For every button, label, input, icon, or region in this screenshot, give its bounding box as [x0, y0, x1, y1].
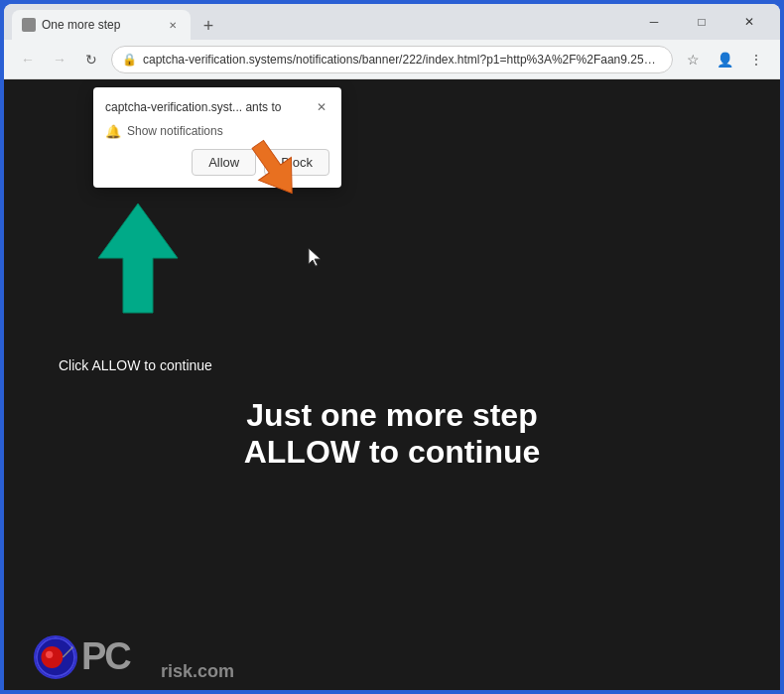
back-button[interactable]: ← — [16, 48, 40, 71]
account-icon[interactable]: 👤 — [713, 48, 736, 71]
new-tab-button[interactable]: + — [195, 12, 222, 40]
active-tab[interactable]: One more step ✕ — [12, 10, 191, 40]
pcrisk-logo: PC risk.com — [34, 631, 234, 682]
browser-window: One more step ✕ + ─ □ ✕ ← → ↻ 🔒 captcha-… — [4, 4, 780, 690]
svg-text:PC: PC — [81, 635, 131, 677]
pcrisk-icon — [34, 635, 77, 679]
menu-icon[interactable]: ⋮ — [744, 48, 768, 71]
address-bar: ← → ↻ 🔒 captcha-verification.systems/not… — [4, 40, 780, 79]
teal-arrow-icon — [93, 199, 183, 322]
pcrisk-domain: risk.com — [161, 661, 234, 682]
pcrisk-text: PC risk.com — [81, 631, 234, 682]
svg-marker-1 — [241, 134, 308, 204]
svg-marker-2 — [98, 204, 178, 313]
bookmark-icon[interactable]: ☆ — [681, 48, 705, 71]
notif-header: captcha-verification.syst... ants to ✕ — [105, 99, 329, 116]
lock-icon: 🔒 — [122, 53, 137, 67]
tab-bar: One more step ✕ + — [12, 4, 623, 40]
title-bar: One more step ✕ + ─ □ ✕ — [4, 4, 780, 40]
minimize-button[interactable]: ─ — [631, 4, 677, 40]
svg-point-8 — [71, 644, 75, 648]
notif-site-text: captcha-verification.syst... ants to — [105, 99, 281, 116]
svg-marker-3 — [309, 248, 321, 266]
svg-point-5 — [41, 646, 63, 668]
url-text: captcha-verification.systems/notificatio… — [143, 53, 662, 67]
page-content: captcha-verification.syst... ants to ✕ 🔔… — [4, 79, 780, 690]
forward-button[interactable]: → — [48, 48, 71, 71]
main-text-block: Just one more step ALLOW to continue — [4, 397, 780, 471]
maximize-button[interactable]: □ — [679, 4, 724, 40]
main-text-line2: ALLOW to continue — [4, 434, 780, 471]
orange-arrow-icon — [240, 134, 310, 212]
reload-button[interactable]: ↻ — [79, 48, 103, 71]
notif-close-button[interactable]: ✕ — [314, 99, 329, 115]
close-button[interactable]: ✕ — [726, 4, 772, 40]
main-text-line1: Just one more step — [4, 397, 780, 434]
notif-show-label: Show notifications — [127, 124, 223, 138]
window-controls: ─ □ ✕ — [631, 4, 772, 40]
mouse-cursor — [307, 246, 325, 272]
svg-point-6 — [46, 650, 53, 657]
tab-close-button[interactable]: ✕ — [165, 17, 181, 33]
click-allow-text: Click ALLOW to continue — [59, 357, 212, 373]
tab-title: One more step — [42, 18, 159, 32]
url-bar[interactable]: 🔒 captcha-verification.systems/notificat… — [111, 46, 673, 73]
tab-favicon — [22, 18, 36, 32]
bell-icon: 🔔 — [105, 124, 121, 139]
